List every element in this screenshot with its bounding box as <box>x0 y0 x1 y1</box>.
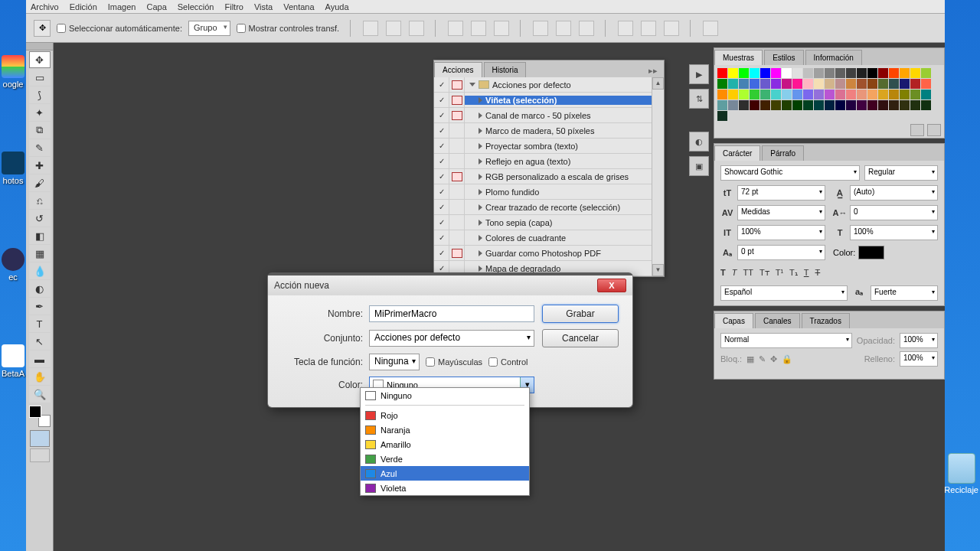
swatch[interactable] <box>771 68 781 78</box>
underline-icon[interactable]: T <box>804 268 809 278</box>
swatch[interactable] <box>825 100 835 110</box>
color-option[interactable]: Ninguno <box>361 388 529 403</box>
swatch[interactable] <box>739 100 749 110</box>
swatch[interactable] <box>803 90 813 99</box>
swatch[interactable] <box>857 90 867 99</box>
tab-parrafo[interactable]: Párrafo <box>762 145 804 161</box>
action-set-row[interactable]: ✓ Acciones por defecto <box>434 77 664 93</box>
swatch[interactable] <box>750 68 760 78</box>
fill-field[interactable]: 100% <box>900 351 938 367</box>
auto-select-combo[interactable]: Grupo <box>188 21 230 36</box>
quick-mask[interactable] <box>30 430 50 447</box>
swatch[interactable] <box>750 90 760 99</box>
lock-pixels-icon[interactable]: ▦ <box>746 354 754 364</box>
wand-tool[interactable]: ✦ <box>29 104 51 121</box>
hand-tool[interactable]: ✋ <box>29 368 51 385</box>
swatch[interactable] <box>921 68 931 78</box>
swatch[interactable] <box>771 90 781 99</box>
leading-field[interactable]: (Auto) <box>850 185 938 201</box>
tracking-field[interactable]: 0 <box>850 205 938 220</box>
menu-edicion[interactable]: Edición <box>70 2 97 11</box>
menu-ayuda[interactable]: Ayuda <box>325 2 349 11</box>
distribute-icon[interactable] <box>579 21 594 36</box>
marquee-tool[interactable]: ▭ <box>29 69 51 86</box>
blend-mode-combo[interactable]: Normal <box>720 333 852 348</box>
swatch[interactable] <box>835 79 845 89</box>
set-combo[interactable]: Acciones por defecto <box>369 330 534 347</box>
auto-select-checkbox[interactable]: Seleccionar automáticamente: <box>57 24 182 33</box>
swatch[interactable] <box>835 90 845 99</box>
swatch[interactable] <box>889 100 899 110</box>
swatch[interactable] <box>760 79 770 89</box>
shape-tool[interactable]: ▬ <box>29 350 51 367</box>
dodge-tool[interactable]: ◐ <box>29 280 51 297</box>
swatch[interactable] <box>814 100 824 110</box>
swatch[interactable] <box>846 68 856 78</box>
swatch[interactable] <box>739 79 749 89</box>
swatch[interactable] <box>921 90 931 99</box>
gradient-tool[interactable]: ▦ <box>29 245 51 262</box>
desktop-icon-beta[interactable]: BetaA <box>0 344 26 378</box>
subscript-icon[interactable]: T₁ <box>789 268 798 278</box>
swatch[interactable] <box>825 79 835 89</box>
swatch[interactable] <box>728 68 738 78</box>
swatch[interactable] <box>803 68 813 78</box>
move-tool[interactable]: ✥ <box>29 51 51 68</box>
lock-paint-icon[interactable]: ✎ <box>759 354 766 364</box>
swatch[interactable] <box>900 90 910 99</box>
swatch[interactable] <box>889 68 899 78</box>
swatch[interactable] <box>782 68 792 78</box>
swatch[interactable] <box>846 100 856 110</box>
swatch[interactable] <box>867 100 877 110</box>
recycle-bin[interactable]: Reciclaje <box>944 453 978 494</box>
menu-vista[interactable]: Vista <box>254 2 273 11</box>
baseline-field[interactable]: 0 pt <box>737 245 825 260</box>
eyedropper-tool[interactable]: ✎ <box>29 139 51 156</box>
blur-tool[interactable]: 💧 <box>29 262 51 279</box>
tab-informacion[interactable]: Información <box>805 50 862 65</box>
font-size-field[interactable]: 72 pt <box>737 185 825 201</box>
screen-mode[interactable] <box>30 448 50 462</box>
swatch[interactable] <box>782 90 792 99</box>
play-icon[interactable]: ▶ <box>689 64 709 84</box>
adjust-icon[interactable]: ⇅ <box>689 89 709 109</box>
swatch[interactable] <box>900 79 910 89</box>
fkey-combo[interactable]: Ninguna <box>369 354 420 370</box>
name-input[interactable] <box>369 305 534 322</box>
action-row[interactable]: ✓Crear trazado de recorte (selección) <box>434 200 664 215</box>
align-icon[interactable] <box>386 21 401 36</box>
color-swatches[interactable] <box>29 406 51 427</box>
transform-controls-checkbox[interactable]: Mostrar controles transf. <box>237 24 340 33</box>
align-icon[interactable] <box>471 21 486 36</box>
swatch[interactable] <box>717 100 727 110</box>
action-row[interactable]: ✓Plomo fundido <box>434 184 664 200</box>
swatch[interactable] <box>867 79 877 89</box>
panel-menu-icon[interactable]: ▸▸ <box>645 64 661 77</box>
panel-grip[interactable] <box>26 43 53 51</box>
bold-icon[interactable]: T <box>720 268 726 278</box>
color-option[interactable]: Azul <box>361 466 529 481</box>
menu-archivo[interactable]: Archivo <box>31 2 59 11</box>
swatch[interactable] <box>825 68 835 78</box>
strike-icon[interactable]: T <box>815 268 821 278</box>
tab-caracter[interactable]: Carácter <box>714 145 760 161</box>
crop-tool[interactable]: ⧉ <box>29 122 51 139</box>
superscript-icon[interactable]: T¹ <box>776 268 783 278</box>
lock-all-icon[interactable]: 🔒 <box>782 354 792 364</box>
align-icon[interactable] <box>409 21 424 36</box>
swatch[interactable] <box>910 100 920 110</box>
action-row[interactable]: ✓RGB personalizado a escala de grises <box>434 169 664 184</box>
move-tool-icon[interactable]: ✥ <box>34 20 51 37</box>
zoom-tool[interactable]: 🔍 <box>29 386 51 403</box>
brush-preset-icon[interactable]: ◐ <box>689 132 709 152</box>
swatch[interactable] <box>835 68 845 78</box>
swatch[interactable] <box>728 100 738 110</box>
italic-icon[interactable]: T <box>732 268 737 278</box>
swatch[interactable] <box>814 79 824 89</box>
swatch[interactable] <box>792 79 802 89</box>
tab-historia[interactable]: Historia <box>484 62 527 77</box>
swatch[interactable] <box>878 68 888 78</box>
swatch[interactable] <box>846 79 856 89</box>
tab-capas[interactable]: Capas <box>714 313 753 328</box>
swatch[interactable] <box>717 111 727 121</box>
